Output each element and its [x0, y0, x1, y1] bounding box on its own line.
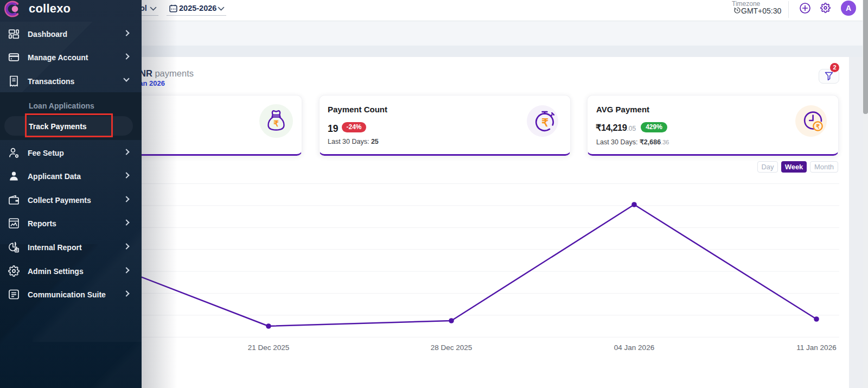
svg-text:₹: ₹ [273, 119, 279, 128]
svg-text:₹: ₹ [816, 123, 820, 130]
svg-text:₹: ₹ [541, 117, 548, 129]
